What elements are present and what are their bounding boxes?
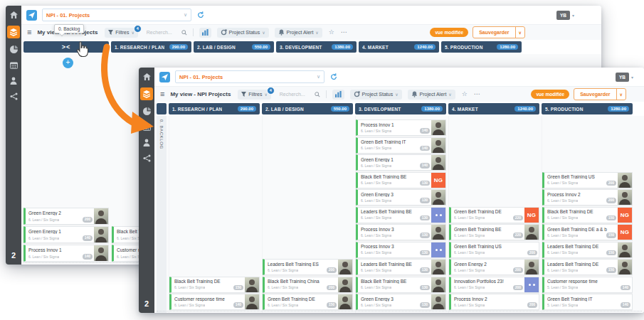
user-menu-caret-icon[interactable]: ▾ — [631, 75, 633, 80]
project-selector[interactable]: NPI - 01. Projects ∨ — [42, 9, 191, 21]
kanban-card[interactable]: Green Belt Training DE 6. Lean / Six Sig… — [449, 207, 539, 223]
kanban-card[interactable]: Leaders Belt Training ES 6. Lean / Six S… — [263, 259, 353, 275]
save-options-caret-icon[interactable]: ∨ — [616, 89, 625, 100]
column-header-list: 1. RESEARCH / PLAN 290.00 2. LAB / DESIG… — [169, 103, 633, 114]
kanban-card[interactable]: Green Belt Training DE 6. Lean / Six Sig… — [263, 294, 353, 310]
column-header: 3. DEVELOPMENT 1380.00 — [355, 103, 446, 114]
group-by-button[interactable]: Project Status ∨ — [217, 28, 269, 38]
user-icon[interactable] — [142, 138, 152, 147]
kanban-card[interactable]: Green Belt Training DE a & b 6. Lean / S… — [542, 224, 633, 240]
view-toolbar: ≡ My view - NPI Projects Filtres ∨ 4 Rec… — [154, 86, 644, 102]
save-label[interactable]: Sauvegarder — [574, 89, 616, 100]
card-stack: Process Innov 1 6. Lean / Six Sigma 140 — [356, 119, 446, 310]
save-button[interactable]: Sauvegarder ∨ — [574, 88, 626, 100]
card-text: Leaders Belt Training ES 6. Lean / Six S… — [265, 260, 338, 274]
kanban-layers-icon-active[interactable] — [140, 87, 153, 100]
user-icon[interactable] — [9, 76, 19, 85]
kanban-layers-icon-active[interactable] — [7, 26, 20, 38]
kanban-card[interactable]: Green Energy 2 6. Lean / Six Sigma 200 — [449, 259, 539, 275]
home-icon[interactable] — [9, 10, 19, 19]
backlog-collapsed-header[interactable] — [157, 103, 167, 114]
pie-chart-icon[interactable] — [9, 45, 19, 54]
share-network-icon[interactable] — [9, 92, 19, 101]
kanban-card[interactable]: Process Innov 3 6. Lean / Six Sigma 130 — [356, 242, 446, 258]
kanban-card[interactable]: Customer response time 6. Lean / Six Sig… — [169, 294, 260, 310]
menu-icon[interactable]: ≡ — [160, 90, 164, 98]
refresh-icon[interactable] — [197, 11, 204, 18]
chevron-down-icon: ∨ — [317, 74, 320, 80]
kanban-card[interactable]: Innovation Portfolios 23! 6. Lean / Six … — [449, 277, 539, 293]
kanban-card[interactable]: Process Innov 2 6. Lean / Six Sigma 200 — [449, 294, 539, 310]
kanban-card[interactable]: Green Energy 2 6. Lean / Six Sigma 200 — [23, 208, 109, 225]
favorite-star-icon[interactable]: ☆ — [462, 91, 468, 97]
user-avatar[interactable]: YB — [616, 73, 629, 82]
kanban-card[interactable]: Black Belt Training BE 6. Lean / Six Sig… — [356, 277, 446, 293]
save-label[interactable]: Sauvegarder — [473, 27, 514, 38]
card-subtitle-row: 6. Lean / Six Sigma 130 — [361, 215, 430, 221]
save-button[interactable]: Sauvegarder ∨ — [473, 26, 525, 38]
project-alert-button[interactable]: Project Alert ∨ — [408, 90, 455, 100]
filters-button[interactable]: Filtres ∨ 4 — [238, 90, 270, 100]
user-avatar[interactable]: YB — [556, 11, 570, 20]
kanban-card[interactable]: Green Belt Training US 6. Lean / Six Sig… — [542, 172, 633, 188]
pin-icon[interactable] — [26, 10, 37, 21]
mouse-cursor-hand — [75, 41, 89, 60]
kanban-card[interactable]: Black Belt Training China 6. Lean / Six … — [263, 277, 353, 293]
add-card-button[interactable]: + — [63, 58, 73, 68]
chart-view-button[interactable] — [332, 90, 344, 100]
card-text: Green Energy 2 6. Lean / Six Sigma 200 — [451, 260, 524, 274]
kanban-card[interactable]: Green Energy 1 6. Lean / Six Sigma 140 — [356, 154, 446, 171]
kanban-card[interactable]: Green Energy 1 6. Lean / Six Sigma 140 — [23, 226, 109, 243]
card-avatar — [431, 294, 445, 309]
kanban-card[interactable]: Green Belt Training IT 6. Lean / Six Sig… — [356, 137, 446, 154]
card-effort-badge: 150 — [606, 250, 616, 256]
kanban-card[interactable]: Process Innov 1 6. Lean / Six Sigma 140 — [23, 245, 109, 262]
kanban-card[interactable]: Green Energy 3 6. Lean / Six Sigma 130 — [356, 189, 446, 206]
kanban-card[interactable]: Leaders Belt Training BE 6. Lean / Six S… — [356, 207, 446, 223]
calendar-icon[interactable] — [9, 60, 19, 70]
kanban-card[interactable]: Leaders Belt Training DE 6. Lean / Six S… — [542, 242, 633, 258]
refresh-icon[interactable] — [330, 73, 337, 80]
kanban-card[interactable]: Leaders Belt Training DE 6. Lean / Six S… — [542, 259, 633, 275]
kanban-card[interactable]: Green Belt Training IT 5. Lean / Six Sig… — [542, 294, 633, 310]
kanban-card[interactable]: Green Belt Training BE 6. Lean / Six Sig… — [449, 224, 539, 240]
kanban-card[interactable]: Green Energy 3 6. Lean / Six Sigma 130 — [356, 294, 446, 310]
kanban-card[interactable]: Leaders Belt Training BE 6. Lean / Six S… — [356, 259, 446, 275]
card-subtitle-row: 6. Lean / Six Sigma 150 — [547, 267, 616, 273]
search-input[interactable]: Recherch... — [280, 92, 320, 97]
project-selector[interactable]: NPI - 01. Projects ∨ — [175, 70, 324, 83]
project-alert-button[interactable]: Project Alert ∨ — [275, 28, 322, 38]
kanban-card[interactable]: Green Belt Training US 6. Lean / Six Sig… — [449, 242, 539, 258]
kanban-card[interactable]: Black Belt Training BE 6. Lean / Six Sig… — [356, 172, 446, 188]
card-avatar: NG — [524, 208, 539, 223]
view-title: My view - NPI Projects — [170, 91, 231, 97]
card-subtitle-row: 6. Lean / Six Sigma 130 — [361, 198, 430, 203]
kanban-card[interactable]: Black Belt Training DE 6. Lean / Six Sig… — [169, 277, 260, 293]
home-icon[interactable] — [142, 72, 152, 81]
user-menu-caret-icon[interactable]: ▾ — [572, 13, 574, 18]
more-options-icon[interactable]: ⋯ — [341, 29, 348, 36]
card-title: Customer response time — [547, 279, 630, 284]
filters-button[interactable]: Filtres ∨ 4 — [105, 28, 137, 38]
favorite-star-icon[interactable]: ☆ — [329, 29, 334, 36]
search-input[interactable]: Recherch... — [147, 30, 187, 36]
card-subtitle: 6. Lean / Six Sigma — [454, 233, 485, 238]
menu-icon[interactable]: ≡ — [27, 28, 31, 36]
kanban-card[interactable]: Process Innov 3 6. Lean / Six Sigma 130 — [356, 224, 446, 240]
save-options-caret-icon[interactable]: ∨ — [515, 27, 524, 38]
kanban-card[interactable]: Black Belt Training DE 6. Lean / Six Sig… — [542, 207, 633, 223]
calendar-icon[interactable] — [142, 122, 152, 132]
backlog-collapsed-strip[interactable]: 0. BACKLOG — [157, 116, 167, 313]
kanban-card[interactable]: Process Innov 1 6. Lean / Six Sigma 140 — [356, 119, 446, 136]
kanban-card[interactable]: Customer response time 5. Lean / Six Sig… — [542, 277, 633, 293]
backlog-collapse-button[interactable]: >< — [23, 41, 109, 53]
pie-chart-icon[interactable] — [142, 107, 152, 116]
card-title: Green Belt Training DE — [454, 209, 523, 214]
share-network-icon[interactable] — [142, 154, 152, 163]
pin-icon[interactable] — [159, 72, 170, 82]
card-subtitle: 6. Lean / Six Sigma — [361, 198, 391, 203]
chart-view-button[interactable] — [199, 28, 211, 38]
group-by-button[interactable]: Project Status ∨ — [350, 90, 402, 100]
kanban-card[interactable]: Process Innov 2 6. Lean / Six Sigma 200 — [542, 189, 633, 206]
more-options-icon[interactable]: ⋯ — [474, 91, 481, 97]
